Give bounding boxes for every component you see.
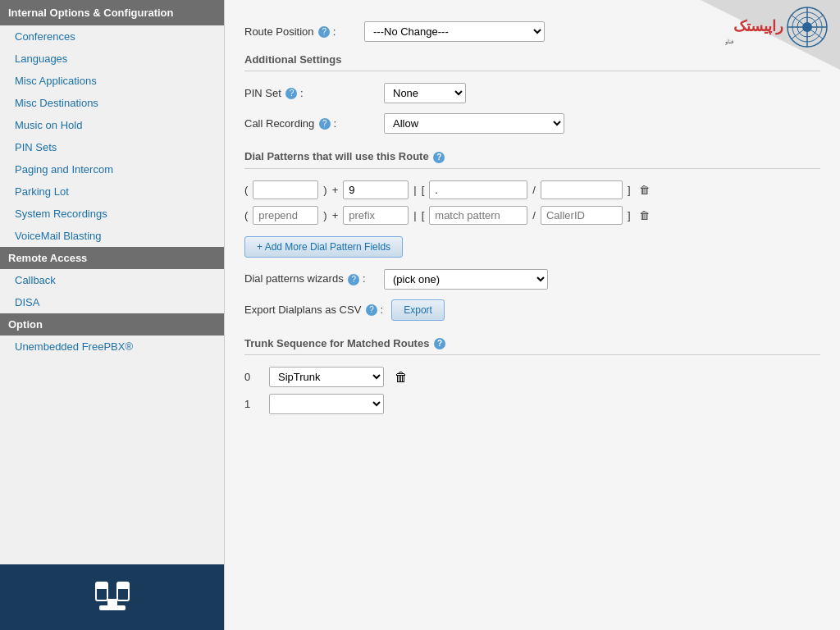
sidebar-item-misc-applications[interactable]: Misc Applications bbox=[0, 70, 224, 92]
sidebar-option-header: Option bbox=[0, 313, 224, 336]
call-recording-row: Call Recording ? : Allow Deny Don't Care… bbox=[244, 113, 820, 134]
trunk-index-1: 1 bbox=[244, 398, 261, 410]
export-button[interactable]: Export bbox=[391, 299, 445, 321]
sidebar-item-pin-sets[interactable]: PIN Sets bbox=[0, 136, 224, 158]
svg-rect-10 bbox=[101, 594, 103, 596]
dial-row1-prepend[interactable] bbox=[253, 180, 318, 199]
call-recording-select[interactable]: Allow Deny Don't Care Always Never bbox=[384, 113, 564, 134]
sidebar-item-system-recordings[interactable]: System Recordings bbox=[0, 203, 224, 225]
main-content: راپیستک فناوری اطلاعات آروند ارتباط رایس… bbox=[225, 0, 840, 630]
dial-row2-prepend[interactable] bbox=[253, 206, 318, 225]
sidebar-item-misc-destinations[interactable]: Misc Destinations bbox=[0, 92, 224, 114]
trunk-index-0: 0 bbox=[244, 371, 261, 383]
trunk-delete-0-icon[interactable]: 🗑 bbox=[392, 368, 410, 386]
dial-row2-callerid[interactable] bbox=[541, 206, 623, 225]
dial-row2-open-paren: ( bbox=[244, 209, 248, 221]
dial-pattern-row-2: ( ) + | [ / ] 🗑 bbox=[244, 206, 820, 225]
trunk-select-0[interactable]: SipTrunk bbox=[269, 367, 384, 387]
dial-row2-prefix[interactable] bbox=[343, 206, 409, 225]
svg-rect-11 bbox=[104, 594, 106, 596]
dial-row1-callerid[interactable] bbox=[541, 180, 623, 199]
dial-row1-pipe: | bbox=[413, 184, 416, 196]
svg-rect-7 bbox=[101, 591, 103, 592]
sidebar-item-parking-lot[interactable]: Parking Lot bbox=[0, 180, 224, 203]
sidebar-bottom bbox=[0, 564, 224, 630]
sidebar-item-languages[interactable]: Languages bbox=[0, 48, 224, 70]
dial-row1-delete-icon[interactable]: 🗑 bbox=[636, 180, 654, 199]
sidebar-item-conferences[interactable]: Conferences bbox=[0, 25, 224, 48]
dial-patterns-title: Dial Patterns that will use this Route ? bbox=[244, 150, 820, 169]
dial-row2-close-paren: ) bbox=[323, 209, 326, 221]
dial-patterns-wizards-help-icon[interactable]: ? bbox=[348, 274, 359, 285]
trunk-row-1: 1 bbox=[244, 394, 820, 414]
pin-set-help-icon[interactable]: ? bbox=[285, 88, 297, 99]
dial-row1-prefix[interactable] bbox=[343, 180, 409, 199]
sidebar: Internal Options & Configuration Confere… bbox=[0, 0, 225, 630]
add-more-dial-pattern-button[interactable]: + Add More Dial Pattern Fields bbox=[244, 236, 403, 258]
sidebar-item-voicemail-blasting[interactable]: VoiceMail Blasting bbox=[0, 225, 224, 247]
dial-patterns-wizards-label: Dial patterns wizards ? : bbox=[244, 272, 376, 285]
dial-patterns-help-icon[interactable]: ? bbox=[433, 152, 445, 163]
route-position-select[interactable]: ---No Change--- bbox=[364, 21, 545, 42]
phone-icon bbox=[80, 564, 145, 630]
sidebar-item-disa[interactable]: DISA bbox=[0, 291, 224, 313]
dial-patterns-wizards-row: Dial patterns wizards ? : (pick one) bbox=[244, 269, 820, 290]
trunk-select-1[interactable] bbox=[269, 394, 384, 414]
svg-rect-12 bbox=[119, 591, 121, 592]
dial-row1-open-bracket: [ bbox=[422, 184, 425, 196]
dial-row1-match[interactable] bbox=[429, 180, 527, 199]
svg-rect-16 bbox=[122, 594, 124, 596]
dial-row2-plus: + bbox=[332, 209, 339, 221]
dial-row1-close-paren: ) bbox=[323, 184, 326, 196]
dial-row1-open-paren: ( bbox=[244, 184, 248, 196]
trunk-sequence-section: Trunk Sequence for Matched Routes ? 0 Si… bbox=[244, 337, 820, 415]
export-dialplans-help-icon[interactable]: ? bbox=[366, 304, 377, 316]
dial-row2-close-bracket: ] bbox=[628, 209, 631, 221]
svg-text:فناوری اطلاعات آروند ارتباط را: فناوری اطلاعات آروند ارتباط رایس bbox=[725, 37, 733, 45]
svg-rect-6 bbox=[98, 591, 99, 592]
sidebar-item-music-on-hold[interactable]: Music on Hold bbox=[0, 114, 224, 136]
dial-row2-slash: / bbox=[532, 209, 536, 221]
dial-row2-delete-icon[interactable]: 🗑 bbox=[636, 206, 654, 224]
pin-set-row: PIN Set ? : None bbox=[244, 83, 820, 103]
call-recording-help-icon[interactable]: ? bbox=[319, 118, 331, 130]
dial-patterns-section: Dial Patterns that will use this Route ?… bbox=[244, 150, 820, 321]
svg-rect-14 bbox=[126, 591, 127, 592]
export-dialplans-row: Export Dialplans as CSV ? : Export bbox=[244, 299, 820, 321]
svg-rect-4 bbox=[99, 605, 126, 610]
dial-row2-open-bracket: [ bbox=[422, 209, 425, 221]
trunk-row-0: 0 SipTrunk 🗑 bbox=[244, 367, 820, 387]
trunk-sequence-title: Trunk Sequence for Matched Routes ? bbox=[244, 337, 820, 356]
export-dialplans-label: Export Dialplans as CSV ? : bbox=[244, 304, 383, 317]
dial-pattern-row-1: ( ) + | [ / ] 🗑 bbox=[244, 180, 820, 199]
dial-row2-pipe: | bbox=[413, 209, 416, 221]
svg-rect-1 bbox=[96, 582, 107, 589]
svg-rect-17 bbox=[126, 594, 127, 596]
svg-rect-9 bbox=[98, 594, 99, 596]
dial-row1-close-bracket: ] bbox=[628, 184, 631, 196]
svg-text:راپیستک: راپیستک bbox=[733, 18, 783, 35]
svg-rect-13 bbox=[122, 591, 124, 592]
sidebar-header: Internal Options & Configuration bbox=[0, 0, 224, 25]
sidebar-item-callback[interactable]: Callback bbox=[0, 269, 224, 291]
route-position-help-icon[interactable]: ? bbox=[318, 26, 330, 38]
call-recording-label: Call Recording ? : bbox=[244, 117, 376, 130]
dial-row1-plus: + bbox=[332, 184, 339, 196]
dial-row1-slash: / bbox=[532, 184, 536, 196]
sidebar-item-unembedded-freepbx[interactable]: Unembedded FreePBX® bbox=[0, 336, 224, 358]
pin-set-select[interactable]: None bbox=[384, 83, 466, 103]
sidebar-remote-access-header: Remote Access bbox=[0, 247, 224, 269]
svg-rect-8 bbox=[104, 591, 106, 592]
dial-row2-match[interactable] bbox=[429, 206, 527, 225]
pin-set-label: PIN Set ? : bbox=[244, 87, 376, 100]
svg-rect-3 bbox=[117, 582, 129, 589]
svg-rect-5 bbox=[107, 599, 117, 605]
sidebar-item-paging-and-intercom[interactable]: Paging and Intercom bbox=[0, 158, 224, 180]
trunk-sequence-help-icon[interactable]: ? bbox=[434, 338, 445, 349]
route-position-label: Route Position ? : bbox=[244, 25, 351, 39]
svg-rect-15 bbox=[119, 594, 121, 596]
dial-patterns-wizards-select[interactable]: (pick one) bbox=[384, 269, 548, 290]
